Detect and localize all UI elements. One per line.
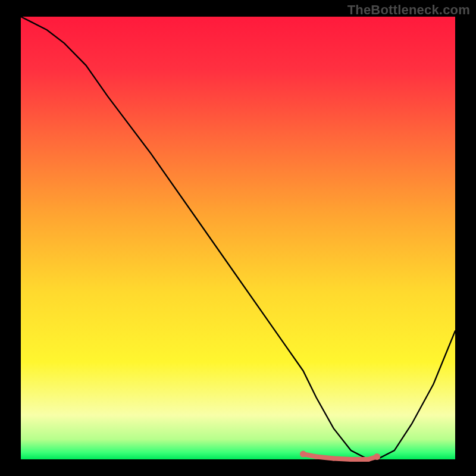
watermark-text: TheBottleneck.com [347,2,470,18]
marker-dot [300,451,306,458]
plot-gradient-background [21,17,455,459]
chart-frame: { "watermark": "TheBottleneck.com", "gra… [0,0,476,476]
marker-dot [374,453,380,460]
marker-dot [331,456,336,461]
marker-dot [349,457,353,462]
marker-dot [314,455,318,459]
bottleneck-chart [0,0,476,476]
marker-dot [366,457,371,462]
